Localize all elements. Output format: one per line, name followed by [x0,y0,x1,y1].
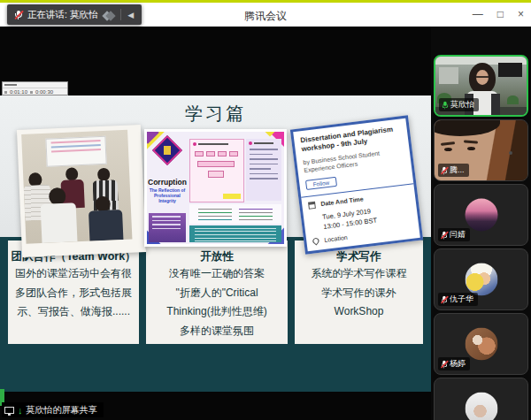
avatar [465,263,497,296]
poster-q3-text [189,204,281,224]
participant-name: 仇子华 [450,294,473,305]
shared-screen-view: 0:01:10 0:00:30 学习篇 团队合作（Team Work） 国外的课… [0,27,431,420]
mic-muted-icon [442,166,447,174]
location-label: Location [324,234,348,243]
workshop-event-card: Dissertation and Plagiarism workshop - 9… [290,115,423,254]
name-badge: 腾... [438,164,469,177]
participant-tile-active-speaker[interactable]: 莫欣怡 [434,55,528,117]
openness-line: "折磨人的"Critical [146,284,288,303]
total-time: 0:00:30 [35,89,53,95]
presentation-slide: 学习篇 团队合作（Team Work） 国外的课堂活动中会有很 多团队合作，形式… [0,95,431,392]
participant-tile[interactable]: 闫婧 [434,184,528,246]
screen-share-indicator: ↓ 莫欣怡的屏幕共享 [2,402,104,417]
participant-tile[interactable]: 腾... [434,119,528,181]
participant-tile[interactable]: 杨婷 [434,313,528,375]
mic-muted-icon [442,295,447,303]
muted-mic-icon[interactable] [15,11,21,19]
minimize-button[interactable]: — [473,7,483,21]
writing-line: 学术写作的课外 [295,284,423,303]
participant-name: 杨婷 [450,358,466,370]
calendar-icon [308,202,316,210]
name-badge: 闫婧 [438,228,470,241]
participant-tile[interactable]: 胡雨晴 [434,378,528,420]
participant-name: 莫欣怡 [450,99,474,111]
name-badge: 杨婷 [438,357,470,370]
presenter-toolbar-header [3,82,67,88]
teamwork-line: 国外的课堂活动中会有很 [8,264,139,284]
elapsed-time: 0:01:10 [10,89,27,95]
collapse-arrow-icon[interactable]: ◀ [127,11,134,19]
maximize-button[interactable]: □ [497,7,504,21]
poster-subtitle: The Reflection of Professional Integrity [148,187,187,203]
presenter-toolbar-times: 0:01:10 0:00:30 [3,88,67,95]
poster-authors [149,213,186,242]
writing-line: WorkShop [295,302,423,322]
location-pin-icon [312,237,320,246]
avatar [465,199,497,232]
speaking-banner[interactable]: 正在讲话: 莫欣怡 ◀ [7,4,142,25]
follow-button: Follow [305,176,337,189]
name-badge: 莫欣怡 [439,98,479,111]
speaking-label: 正在讲话: 莫欣怡 [27,9,97,21]
green-arrow-icon: ↓ [18,406,23,415]
column-openness-panel: 开放性 没有唯一正确的答案 "折磨人的"Critical Thinking(批判… [146,241,288,344]
writing-line: 系统的学术写作课程 [295,264,423,284]
participant-name: 腾... [450,164,465,176]
openness-line: Thinking(批判性思维) [146,302,288,322]
mic-muted-icon [442,231,447,239]
mic-muted-icon [442,360,447,368]
presenter-mini-toolbar[interactable]: 0:01:10 0:00:30 [2,81,68,95]
datetime-label: Date And Time [320,195,364,207]
window-controls: — □ × [473,7,524,21]
rewind-icon[interactable] [4,91,7,94]
participant-sidebar: 莫欣怡 腾... 闫婧 仇子华 [431,27,531,420]
poster-references [189,225,281,242]
university-crest-icon [152,135,182,165]
team-photo [17,125,146,257]
person-body [41,202,78,243]
wall-poster [45,136,106,167]
tencent-meeting-window: 腾讯会议 — □ × 正在讲话: 莫欣怡 ◀ 0:01:10 0:00:30 [0,0,531,420]
close-button[interactable]: × [518,7,524,21]
avatar [465,328,497,361]
column-writing-panel: 学术写作 系统的学术写作课程 学术写作的课外 WorkShop [295,241,423,344]
pause-icon[interactable] [30,91,33,94]
teamwork-line: 示、写报告、做海报...... [8,302,139,322]
person-body [88,210,123,241]
name-badge: 仇子华 [438,293,478,306]
avatar [465,393,497,420]
meeting-logo-icon [104,7,114,23]
screen-share-label: 莫欣怡的屏幕共享 [27,404,97,416]
screen-share-border [0,0,531,3]
divider [120,9,121,20]
openness-heading: 开放性 [146,249,288,264]
poster-q2-text [246,139,281,201]
mic-on-icon [442,101,448,109]
teamwork-line: 多团队合作，形式包括展 [8,284,139,303]
monitor-icon [4,407,14,414]
corruption-poster: Corruption The Reflection of Professiona… [144,129,287,247]
openness-line: 没有唯一正确的答案 [146,264,288,284]
participant-name: 闫婧 [450,229,466,241]
poster-title: Corruption [147,178,188,187]
poster-q1-flowchart [189,139,244,202]
participant-tile[interactable]: 仇子华 [434,248,528,310]
openness-line: 多样的课堂氛围 [146,322,288,341]
